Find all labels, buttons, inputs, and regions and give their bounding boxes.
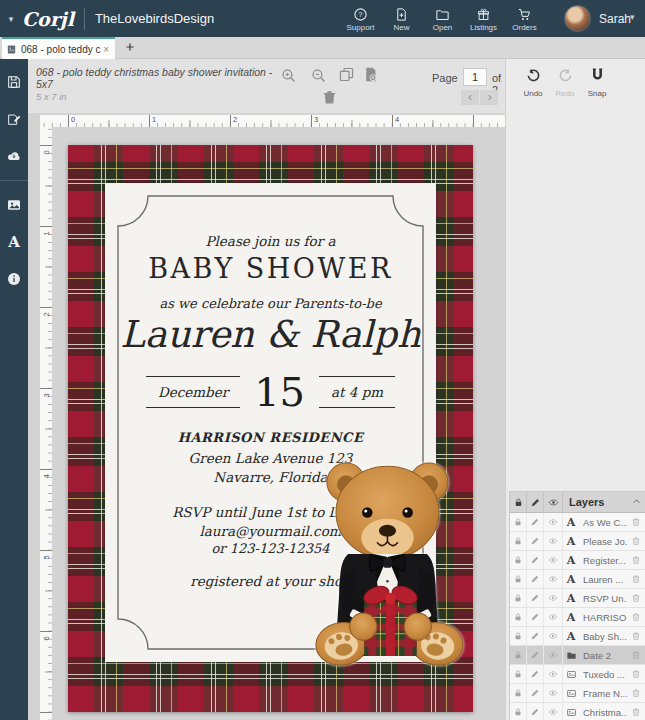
nav-item-open[interactable]: Open <box>422 0 463 37</box>
visibility-toggle[interactable] <box>544 551 563 569</box>
edit-toggle[interactable] <box>527 646 544 664</box>
zoom-in-button[interactable] <box>278 67 298 87</box>
text-layer-as-we-celebrate[interactable]: as we celebrate our Parents-to-be <box>105 296 436 311</box>
date-group[interactable]: December 15 at 4 pm <box>105 369 436 415</box>
edit-toggle[interactable] <box>527 627 544 645</box>
edit-all-icon[interactable] <box>527 492 544 512</box>
layer-row-baby-sh[interactable]: ABaby Sh... <box>510 627 645 646</box>
visibility-toggle[interactable] <box>544 703 563 720</box>
lock-toggle[interactable] <box>510 703 527 720</box>
visibility-toggle[interactable] <box>544 532 563 550</box>
lock-toggle[interactable] <box>510 570 527 588</box>
text-layer-day[interactable]: 15 <box>250 369 309 415</box>
visibility-toggle[interactable] <box>544 513 563 531</box>
text-layer-time[interactable]: at 4 pm <box>319 376 395 408</box>
tab-close-icon[interactable]: × <box>101 44 111 55</box>
delete-layer-button[interactable] <box>627 515 645 530</box>
layer-row-lauren[interactable]: ALauren ... <box>510 570 645 589</box>
layer-row-christma[interactable]: Christma... <box>510 703 645 720</box>
delete-layer-button[interactable] <box>627 686 645 701</box>
zoom-out-button[interactable] <box>308 67 328 87</box>
delete-layer-button[interactable] <box>627 610 645 625</box>
visibility-toggle[interactable] <box>544 608 563 626</box>
avatar[interactable] <box>564 5 591 32</box>
text-layer-please-join[interactable]: Please join us for a <box>105 233 436 249</box>
nav-item-orders[interactable]: Orders <box>504 0 545 37</box>
nav-item-listings[interactable]: Listings <box>463 0 504 37</box>
layer-row-date-2[interactable]: Date 2 <box>510 646 645 665</box>
nav-item-new[interactable]: New <box>381 0 422 37</box>
delete-layer-button[interactable] <box>627 591 645 606</box>
visibility-toggle[interactable] <box>544 684 563 702</box>
layer-row-tuxedo[interactable]: Tuxedo ... <box>510 665 645 684</box>
page-number-input[interactable] <box>463 68 487 86</box>
edit-toggle[interactable] <box>527 684 544 702</box>
sidebar-text-button[interactable]: A <box>0 227 28 257</box>
add-page-button[interactable] <box>360 66 380 86</box>
visibility-toggle[interactable] <box>544 627 563 645</box>
undo-button[interactable]: Undo <box>518 67 548 98</box>
text-layer-month[interactable]: December <box>146 376 240 408</box>
delete-layer-button[interactable] <box>627 648 645 663</box>
layer-row-frame-n[interactable]: Frame N... <box>510 684 645 703</box>
lock-toggle[interactable] <box>510 608 527 626</box>
redo-button[interactable]: Redo <box>550 67 580 98</box>
sidebar-info-button[interactable] <box>0 264 28 294</box>
collapse-layers-button[interactable] <box>627 495 645 510</box>
delete-layer-button[interactable] <box>627 534 645 549</box>
snap-button[interactable]: Snap <box>582 67 612 98</box>
text-layer-venue[interactable]: HARRISON RESIDENCE <box>105 430 436 445</box>
edit-toggle[interactable] <box>527 570 544 588</box>
lock-all-icon[interactable] <box>510 492 527 512</box>
edit-toggle[interactable] <box>527 513 544 531</box>
sidebar-save-button[interactable] <box>0 67 28 97</box>
tuxedo-teddy-bear-image[interactable] <box>308 450 474 668</box>
edit-toggle[interactable] <box>527 665 544 683</box>
snap-label: Snap <box>582 89 612 98</box>
edit-toggle[interactable] <box>527 608 544 626</box>
sidebar-download-button[interactable] <box>0 141 28 171</box>
edit-toggle[interactable] <box>527 551 544 569</box>
delete-layer-button[interactable] <box>627 667 645 682</box>
text-layer-baby-shower[interactable]: BABY SHOWER <box>105 253 436 284</box>
lock-toggle[interactable] <box>510 513 527 531</box>
lock-toggle[interactable] <box>510 646 527 664</box>
app-menu-caret-icon[interactable]: ▾ <box>0 14 22 24</box>
visibility-toggle[interactable] <box>544 570 563 588</box>
layer-row-harriso[interactable]: AHARRISO... <box>510 608 645 627</box>
lock-toggle[interactable] <box>510 589 527 607</box>
next-page-button[interactable] <box>480 90 498 105</box>
sidebar-save-as-button[interactable] <box>0 104 28 134</box>
visibility-all-icon[interactable] <box>544 492 563 512</box>
layer-row-as-we-c[interactable]: AAs We C... <box>510 513 645 532</box>
new-tab-button[interactable] <box>122 40 138 56</box>
invitation-page[interactable]: Please join us for a BABY SHOWER as we c… <box>68 145 473 712</box>
delete-layer-button[interactable] <box>627 572 645 587</box>
lock-toggle[interactable] <box>510 551 527 569</box>
user-menu-caret-icon[interactable]: ▾ <box>630 12 635 22</box>
delete-layer-button[interactable] <box>627 553 645 568</box>
nav-item-support[interactable]: Support <box>340 0 381 37</box>
layer-row-please-jo[interactable]: APlease Jo... <box>510 532 645 551</box>
delete-page-button[interactable] <box>319 89 339 109</box>
layer-row-register[interactable]: ARegister... <box>510 551 645 570</box>
layer-row-rsvp-un[interactable]: ARSVP Un... <box>510 589 645 608</box>
user-name[interactable]: Sarah <box>599 12 631 26</box>
sidebar-images-button[interactable] <box>0 190 28 220</box>
lock-toggle[interactable] <box>510 627 527 645</box>
lock-toggle[interactable] <box>510 665 527 683</box>
visibility-toggle[interactable] <box>544 665 563 683</box>
visibility-toggle[interactable] <box>544 646 563 664</box>
document-tab[interactable]: 068 - polo teddy c... × <box>2 37 115 59</box>
edit-toggle[interactable] <box>527 532 544 550</box>
visibility-toggle[interactable] <box>544 589 563 607</box>
lock-toggle[interactable] <box>510 532 527 550</box>
delete-layer-button[interactable] <box>627 629 645 644</box>
lock-toggle[interactable] <box>510 684 527 702</box>
prev-page-button[interactable] <box>461 90 479 105</box>
edit-toggle[interactable] <box>527 589 544 607</box>
duplicate-page-button[interactable] <box>336 66 356 86</box>
delete-layer-button[interactable] <box>627 705 645 720</box>
text-layer-names[interactable]: Lauren & Ralph <box>105 313 436 356</box>
edit-toggle[interactable] <box>527 703 544 720</box>
